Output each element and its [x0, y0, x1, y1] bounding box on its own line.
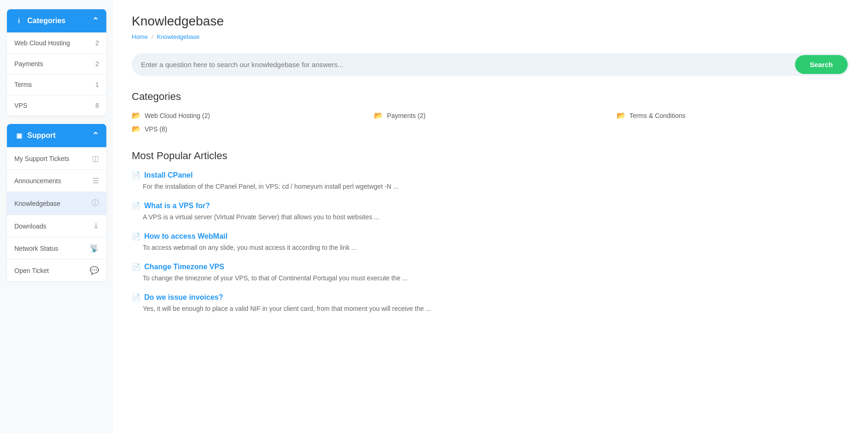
sidebar-item-payments[interactable]: Payments 2: [7, 53, 106, 74]
article-link-invoices[interactable]: 📄 Do we issue invoices?: [132, 293, 850, 302]
sidebar-item-network-status[interactable]: Network Status 📡: [7, 237, 106, 259]
sidebar-item-knowledgebase[interactable]: Knowledgebase ⓘ: [7, 192, 106, 215]
list-item: 📄 How to access WebMail To access webmai…: [132, 232, 850, 253]
list-item: 📄 Install CPanel For the installation of…: [132, 171, 850, 192]
announcements-icon: ☰: [92, 176, 99, 185]
open-ticket-icon: 💬: [90, 266, 99, 275]
categories-header-label: Categories: [27, 17, 66, 25]
article-excerpt: Yes, it will be enough to place a valid …: [132, 304, 850, 314]
sidebar-item-downloads[interactable]: Downloads ⇓: [7, 215, 106, 237]
article-link-install-cpanel[interactable]: 📄 Install CPanel: [132, 171, 850, 179]
category-link-payments[interactable]: 📂 Payments (2): [374, 111, 607, 120]
breadcrumb-separator: /: [152, 33, 153, 40]
categories-section: i Categories ⌃ Web Cloud Hosting 2 Payme…: [7, 9, 106, 116]
list-item: 📄 What is a VPS for? A VPS is a virtual …: [132, 202, 850, 222]
downloads-icon: ⇓: [93, 222, 99, 230]
sidebar-item-open-ticket[interactable]: Open Ticket 💬: [7, 259, 106, 281]
breadcrumb-current: Knowledgebase: [157, 33, 200, 40]
sidebar-item-web-cloud-hosting[interactable]: Web Cloud Hosting 2: [7, 32, 106, 53]
category-link-web-cloud-hosting[interactable]: 📂 Web Cloud Hosting (2): [132, 111, 365, 120]
articles-section-title: Most Popular Articles: [132, 150, 850, 162]
article-doc-icon: 📄: [132, 293, 141, 302]
category-link-terms[interactable]: 📂 Terms & Conditions: [617, 111, 850, 120]
breadcrumb-home[interactable]: Home: [132, 33, 148, 40]
folder-icon-payments: 📂: [374, 111, 383, 120]
article-excerpt: To change the timezone of your VPS, to t…: [132, 273, 850, 283]
support-items: My Support Tickets ◫ Announcements ☰ Kno…: [7, 147, 106, 281]
categories-section-title: Categories: [132, 91, 850, 103]
sidebar-item-vps[interactable]: VPS 8: [7, 95, 106, 116]
folder-icon-vps: 📂: [132, 124, 141, 133]
search-bar: Search: [132, 53, 850, 76]
page-title: Knowledgebase: [132, 14, 850, 29]
folder-icon-web: 📂: [132, 111, 141, 120]
article-excerpt: A VPS is a virtual server (Virtual Priva…: [132, 212, 850, 222]
article-doc-icon: 📄: [132, 171, 141, 179]
knowledgebase-icon: ⓘ: [92, 198, 99, 208]
list-item: 📄 Change Timezone VPS To change the time…: [132, 263, 850, 283]
category-link-vps[interactable]: 📂 VPS (8): [132, 124, 365, 133]
categories-chevron-icon: ⌃: [92, 16, 99, 26]
categories-grid: 📂 Web Cloud Hosting (2) 📂 Payments (2) 📂…: [132, 111, 850, 133]
folder-icon-terms: 📂: [617, 111, 626, 120]
sidebar-item-terms[interactable]: Terms 1: [7, 74, 106, 95]
network-status-icon: 📡: [90, 244, 99, 253]
main-content: Knowledgebase Home / Knowledgebase Searc…: [113, 0, 868, 433]
support-tickets-icon: ◫: [92, 154, 99, 163]
categories-info-icon: i: [14, 16, 24, 25]
sidebar-item-announcements[interactable]: Announcements ☰: [7, 169, 106, 192]
categories-items: Web Cloud Hosting 2 Payments 2 Terms 1 V…: [7, 32, 106, 116]
article-excerpt: For the installation of the CPanel Panel…: [132, 182, 850, 192]
article-doc-icon: 📄: [132, 232, 141, 241]
categories-header[interactable]: i Categories ⌃: [7, 9, 106, 32]
support-header-label: Support: [27, 131, 55, 140]
search-button[interactable]: Search: [795, 55, 848, 74]
support-section: ▣ Support ⌃ My Support Tickets ◫ Announc…: [7, 124, 106, 281]
article-excerpt: To access webmail on any slide, you must…: [132, 243, 850, 253]
list-item: 📄 Do we issue invoices? Yes, it will be …: [132, 293, 850, 314]
article-doc-icon: 📄: [132, 202, 141, 210]
article-link-webmail[interactable]: 📄 How to access WebMail: [132, 232, 850, 241]
article-link-what-is-vps[interactable]: 📄 What is a VPS for?: [132, 202, 850, 210]
sidebar: i Categories ⌃ Web Cloud Hosting 2 Payme…: [0, 0, 113, 433]
support-globe-icon: ▣: [14, 131, 24, 140]
support-header[interactable]: ▣ Support ⌃: [7, 124, 106, 147]
article-link-timezone[interactable]: 📄 Change Timezone VPS: [132, 263, 850, 271]
search-input[interactable]: [141, 56, 795, 73]
articles-section: Most Popular Articles 📄 Install CPanel F…: [132, 150, 850, 314]
breadcrumb: Home / Knowledgebase: [132, 33, 850, 40]
support-chevron-icon: ⌃: [92, 130, 99, 141]
article-doc-icon: 📄: [132, 263, 141, 271]
sidebar-item-my-support-tickets[interactable]: My Support Tickets ◫: [7, 147, 106, 169]
